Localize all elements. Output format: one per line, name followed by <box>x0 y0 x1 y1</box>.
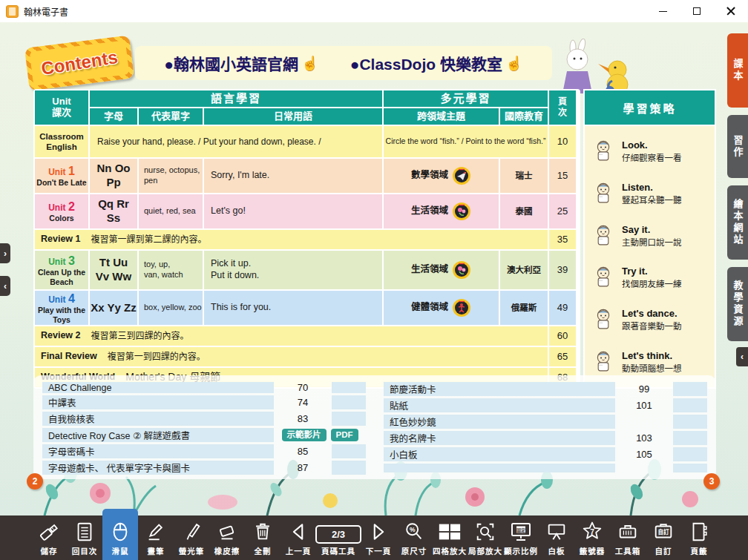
star-number-icon: 7 <box>580 520 604 544</box>
mouse-icon <box>109 520 131 544</box>
display-ratio-button[interactable]: 固定 顯示比例 <box>503 515 539 560</box>
appendix-bar-stub <box>673 464 707 472</box>
appendix-item[interactable]: 中譯表 74 <box>42 395 366 409</box>
intl-education-cell: 瑞士 <box>500 159 548 193</box>
demo-video-button[interactable]: 示範影片 <box>282 429 327 442</box>
appendix-item[interactable]: 我的名牌卡 103 <box>384 431 707 445</box>
strategy-mascot-icon <box>591 181 616 206</box>
toc-row-unit2[interactable]: Unit 2 Colors Qq Rr Ss quiet, red, sea L… <box>35 194 579 228</box>
appendix-label: 自我檢核表 <box>42 412 274 426</box>
next-arrow-icon <box>368 520 389 544</box>
customize-button[interactable]: 自訂 自訂 <box>646 515 681 560</box>
window-title: 翰林電子書 <box>24 5 68 18</box>
svg-text:%: % <box>410 526 416 533</box>
letters-cell: Nn Oo Pp <box>90 159 137 193</box>
page-number-tool[interactable]: 2/3 頁碼工具 <box>316 515 361 560</box>
learning-strategies-panel: 學習策略 Look.仔細觀察看一看 Listen.豎起耳朵聽一聽 Say it.… <box>583 89 716 389</box>
pdf-button[interactable]: PDF <box>331 429 358 442</box>
left-panel-collapse-arrow[interactable]: ‹ <box>0 276 10 296</box>
appendix-item-detective-roy[interactable]: Detective Roy Case ② 解謎遊戲書 示範影片 PDF <box>42 428 366 442</box>
appendix-label: Detective Roy Case ② 解謎遊戲書 <box>42 428 274 442</box>
save-button[interactable]: 儲存 <box>31 515 67 560</box>
page-number: 35 <box>549 230 576 249</box>
hanlin-english-website-link[interactable]: ●翰林國小英語官網 ☝ <box>164 52 318 74</box>
tab-teaching-resources[interactable]: 教學資源 <box>727 267 748 341</box>
whiteboard-button[interactable]: 白板 <box>539 515 574 560</box>
appendix-item[interactable]: 紅色妙妙鏡 <box>384 415 707 429</box>
next-page-button[interactable]: 下一頁 <box>361 515 396 560</box>
appendix-bar-stub <box>332 382 366 393</box>
strategy-item-look: Look.仔細觀察看一看 <box>591 139 709 164</box>
toc-row-final-review[interactable]: Final Review 複習第一到四課的內容。 65 <box>35 347 579 366</box>
appendix-item[interactable]: 自我檢核表 83 <box>42 412 366 426</box>
close-button[interactable] <box>714 0 748 22</box>
page-tabs-button[interactable]: 頁籤 <box>681 515 717 560</box>
strategy-item-try-it: Try it.找個朋友練一練 <box>591 265 709 290</box>
key-words-cell: box, yellow, zoo <box>139 291 203 325</box>
top-links-bar: ●翰林國小英語官網 ☝ ●ClassDojo 快樂教室 ☝ <box>135 46 552 80</box>
svg-text:7: 7 <box>590 528 594 536</box>
appendix-bar-stub <box>332 395 366 409</box>
appendix-right-column: 節慶活動卡 99 貼紙 101 紅色妙妙鏡 我的名牌卡 103 小白板 <box>384 382 707 472</box>
health-domain-badge-icon <box>452 298 471 317</box>
sidebar-collapse-arrow[interactable]: ‹ <box>736 347 748 366</box>
toolbox-button[interactable]: 工具箱 <box>610 515 646 560</box>
pointer-hand-icon: ☝ <box>301 55 319 72</box>
minimize-button[interactable] <box>646 0 680 22</box>
appendix-item[interactable]: 字母密碼卡 85 <box>42 444 366 458</box>
col-header-intl-education: 國際教育 <box>500 108 548 125</box>
appendix-page: 105 <box>615 449 673 460</box>
cross-domain-cell: 生活領域 <box>384 194 499 228</box>
toc-row-unit4[interactable]: Unit 4 Play with the Toys Xx Yy Zz box, … <box>35 291 579 325</box>
page-number: 25 <box>549 194 576 228</box>
appendix-item[interactable]: 小白板 105 <box>384 447 707 461</box>
appendix-page: 70 <box>274 382 332 393</box>
appendix-label: 字母密碼卡 <box>42 444 274 458</box>
review-title: Review 1 <box>41 234 81 246</box>
appendix-left-column: ABC Challenge 70 中譯表 74 自我檢核表 83 Detecti… <box>42 382 366 472</box>
contents-badge-label: Contents <box>39 47 119 79</box>
strategy-mascot-icon <box>591 139 616 164</box>
page-number: 49 <box>549 291 576 325</box>
maximize-button[interactable] <box>680 0 714 22</box>
svg-text:自訂: 自訂 <box>658 528 669 536</box>
mouse-tool-button[interactable]: 滑鼠 <box>102 515 138 560</box>
four-pane-zoom-button[interactable]: 四格放大 <box>432 515 468 560</box>
eraser-tool-button[interactable]: 橡皮擦 <box>209 515 245 560</box>
review-desc: 複習第一課到第二課的內容。 <box>91 234 207 246</box>
cross-domain-cell: 數學領域 <box>384 159 499 193</box>
page-indicator[interactable]: 2/3 <box>315 525 361 544</box>
original-size-button[interactable]: % 原尺寸 <box>396 515 432 560</box>
tab-textbook[interactable]: 課本 <box>727 33 748 108</box>
life-domain-badge-icon <box>452 260 471 280</box>
delete-all-button[interactable]: 全刪 <box>245 515 280 560</box>
appendix-label: ABC Challenge <box>42 382 274 393</box>
left-panel-expand-arrow[interactable]: › <box>0 243 10 263</box>
back-to-contents-button[interactable]: 回目次 <box>67 515 102 560</box>
partial-zoom-button[interactable]: 局部放大 <box>468 515 503 560</box>
toc-row-review1[interactable]: Review 1 複習第一課到第二課的內容。 35 <box>35 230 579 249</box>
appendix-item[interactable]: ABC Challenge 70 <box>42 382 366 393</box>
appendix-item[interactable]: 貼紙 101 <box>384 398 707 412</box>
tab-picturebook-site[interactable]: 繪本網站 <box>727 185 748 260</box>
highlighter-tool-button[interactable]: 螢光筆 <box>174 515 209 560</box>
appendix-item[interactable]: 節慶活動卡 99 <box>384 382 707 396</box>
appendix-page: 85 <box>274 446 332 457</box>
svg-text:固定: 固定 <box>516 527 525 533</box>
contents-list-icon <box>73 520 96 544</box>
toc-row-review2[interactable]: Review 2 複習第三到四課的內容。 60 <box>35 326 579 346</box>
classdojo-link[interactable]: ●ClassDojo 快樂教室 ☝ <box>350 52 523 74</box>
col-header-key-words: 代表單字 <box>139 108 203 125</box>
previous-page-button[interactable]: 上一頁 <box>280 515 316 560</box>
usb-save-icon <box>38 520 60 544</box>
pen-tool-button[interactable]: 畫筆 <box>138 515 174 560</box>
appendix-item[interactable]: 字母遊戲卡、 代表單字字卡與圖卡 87 <box>42 461 366 475</box>
strategy-mascot-icon <box>591 265 616 290</box>
appendix-list-panel: ABC Challenge 70 中譯表 74 自我檢核表 83 Detecti… <box>33 375 716 479</box>
number-picker-button[interactable]: 7 籤號器 <box>574 515 610 560</box>
strategy-mascot-icon <box>591 349 616 375</box>
toc-row-classroom-english[interactable]: Classroom English Raise your hand, pleas… <box>35 126 579 157</box>
tab-workbook[interactable]: 習作 <box>727 115 748 178</box>
toc-row-unit1[interactable]: Unit 1 Don't Be Late Nn Oo Pp nurse, oct… <box>35 159 579 193</box>
toc-row-unit3[interactable]: Unit 3 Clean Up the Beach Tt Uu Vv Ww to… <box>35 251 579 289</box>
